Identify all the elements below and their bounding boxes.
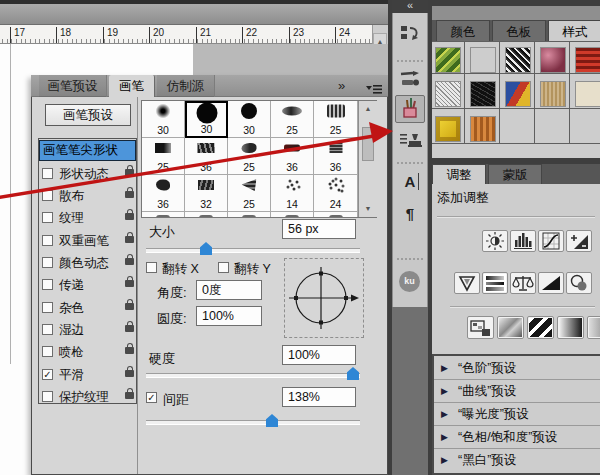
clone-source-panel-icon[interactable] xyxy=(395,126,425,154)
checkbox[interactable] xyxy=(42,302,53,313)
brush-tip-cell[interactable] xyxy=(185,212,228,218)
option-label[interactable]: 传递 xyxy=(59,275,84,295)
clipped-adjustment-icon[interactable] xyxy=(587,316,600,339)
checkbox[interactable] xyxy=(42,235,53,246)
lock-icon[interactable] xyxy=(125,213,134,220)
lock-icon[interactable] xyxy=(125,236,134,243)
preset-group-row[interactable]: ▶“曲线”预设 xyxy=(434,380,600,403)
checkbox[interactable] xyxy=(42,324,53,335)
lock-icon[interactable] xyxy=(125,325,134,332)
style-swatch[interactable] xyxy=(540,81,566,107)
style-swatch[interactable] xyxy=(575,81,600,107)
spacing-input[interactable] xyxy=(282,387,356,407)
levels-icon[interactable] xyxy=(510,230,536,252)
lock-icon[interactable] xyxy=(125,303,134,310)
lock-icon[interactable] xyxy=(125,169,134,176)
option-label[interactable]: 平滑 xyxy=(59,365,84,385)
brush-tip-cell[interactable]: 36 xyxy=(142,175,185,212)
tab-masks[interactable]: 蒙版 xyxy=(488,164,542,184)
lock-icon[interactable] xyxy=(125,280,134,287)
brush-tip-cell[interactable] xyxy=(228,212,271,218)
brush-tip-cell[interactable]: 30 xyxy=(228,101,271,138)
kuler-panel-icon[interactable]: ku xyxy=(395,268,425,296)
exposure-icon[interactable] xyxy=(566,230,592,252)
brush-tip-cell[interactable] xyxy=(271,212,314,218)
checkbox[interactable] xyxy=(42,190,53,201)
option-label[interactable]: 喷枪 xyxy=(59,342,84,362)
brush-tip-cell-selected[interactable]: 30 xyxy=(185,101,228,138)
checkbox[interactable] xyxy=(42,212,53,223)
style-swatch[interactable] xyxy=(505,47,531,73)
tab-brush-presets[interactable]: 画笔预设 xyxy=(39,75,107,97)
gradient-map-icon[interactable] xyxy=(557,316,584,339)
style-swatch[interactable] xyxy=(435,116,461,142)
tab-swatches[interactable]: 色板 xyxy=(492,20,546,42)
brush-presets-button[interactable]: 画笔预设 xyxy=(45,104,131,126)
lock-icon[interactable] xyxy=(125,392,134,399)
preset-group-row[interactable]: ▶“曝光度”预设 xyxy=(434,403,600,426)
brush-tip-cell[interactable]: 32 xyxy=(185,175,228,212)
expand-triangle-icon[interactable]: ▶ xyxy=(441,403,448,426)
lock-icon[interactable] xyxy=(125,347,134,354)
style-swatch[interactable] xyxy=(470,116,496,142)
brush-tip-cell[interactable]: 30 xyxy=(142,101,185,138)
flip-y-checkbox[interactable] xyxy=(218,262,229,273)
expand-triangle-icon[interactable]: ▶ xyxy=(441,357,448,380)
channel-mixer-icon[interactable] xyxy=(497,316,524,339)
scrollbar-thumb[interactable] xyxy=(362,127,374,161)
color-balance-icon[interactable] xyxy=(510,272,536,294)
character-panel-icon[interactable]: A xyxy=(395,168,425,196)
option-label[interactable]: 杂色 xyxy=(59,298,84,318)
paragraph-panel-icon[interactable]: ¶ xyxy=(395,200,425,228)
brush-tip-cell[interactable]: 36 xyxy=(314,138,358,175)
checkbox[interactable] xyxy=(42,257,53,268)
vibrance-icon[interactable] xyxy=(454,272,480,294)
brush-tip-cell[interactable]: 25 xyxy=(271,101,314,138)
checkbox[interactable] xyxy=(42,279,53,290)
tab-styles[interactable]: 样式 xyxy=(548,20,600,42)
style-swatch[interactable] xyxy=(540,47,566,73)
brush-tip-cell[interactable]: 24 xyxy=(314,175,358,212)
scroll-up-icon[interactable]: ▲ xyxy=(362,103,374,115)
option-label[interactable]: 形状动态 xyxy=(59,164,109,184)
tab-brush[interactable]: 画笔 xyxy=(109,75,155,97)
checkbox[interactable] xyxy=(42,346,53,357)
angle-input[interactable] xyxy=(196,280,262,300)
option-label[interactable]: 双重画笔 xyxy=(59,231,109,251)
style-swatch[interactable] xyxy=(435,81,461,107)
selective-color-icon[interactable] xyxy=(467,316,494,339)
hardness-slider-track[interactable] xyxy=(146,373,360,378)
roundness-input[interactable] xyxy=(196,306,262,326)
brush-tip-cell[interactable]: 25 xyxy=(228,138,271,175)
lock-icon[interactable] xyxy=(125,258,134,265)
checkbox[interactable] xyxy=(42,391,53,402)
hardness-input[interactable] xyxy=(282,345,356,365)
flip-x-checkbox[interactable] xyxy=(146,262,157,273)
black-white-icon[interactable] xyxy=(538,272,564,294)
panel-menu-icon[interactable] xyxy=(366,81,382,99)
brightness-contrast-icon[interactable] xyxy=(482,230,508,252)
tab-adjustments[interactable]: 调整 xyxy=(432,164,486,184)
posterize-icon[interactable] xyxy=(527,316,554,339)
collapse-panel-icon[interactable]: » xyxy=(338,75,343,97)
brush-tip-cell[interactable]: 36 xyxy=(185,138,228,175)
lock-icon[interactable] xyxy=(125,191,134,198)
preset-group-row[interactable]: ▶“黑白”预设 xyxy=(434,449,600,472)
style-swatch[interactable] xyxy=(575,47,600,73)
size-slider-track[interactable] xyxy=(146,248,360,253)
checkbox-checked[interactable] xyxy=(42,369,53,380)
size-input[interactable] xyxy=(282,219,356,239)
brush-tip-cell[interactable]: 36 xyxy=(271,138,314,175)
expand-triangle-icon[interactable]: ▶ xyxy=(441,426,448,449)
option-label[interactable]: 颜色动态 xyxy=(59,253,109,273)
brush-tip-shape-item[interactable]: 画笔笔尖形状 xyxy=(39,140,136,161)
style-swatch[interactable] xyxy=(470,47,496,73)
grid-scrollbar[interactable]: ▲ ▼ xyxy=(358,101,377,217)
expand-triangle-icon[interactable]: ▶ xyxy=(441,380,448,403)
brush-tip-cell[interactable]: 25 xyxy=(228,175,271,212)
brush-tip-cell[interactable]: 25 xyxy=(314,101,358,138)
hue-saturation-icon[interactable] xyxy=(482,272,508,294)
option-label[interactable]: 纹理 xyxy=(59,208,84,228)
brush-tip-cell[interactable]: 25 xyxy=(142,138,185,175)
preset-group-row[interactable]: ▶“色阶”预设 xyxy=(434,357,600,380)
